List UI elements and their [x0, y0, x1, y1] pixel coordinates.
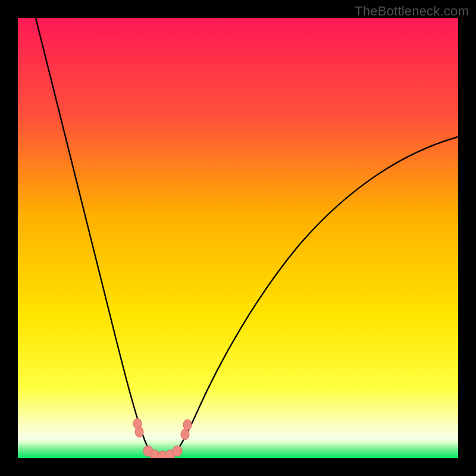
chart-frame: TheBottleneck.com — [0, 0, 476, 476]
marker-right-upper-b — [183, 419, 192, 430]
bottleneck-chart — [18, 18, 458, 458]
gradient-background — [18, 18, 458, 458]
marker-left-upper-b — [135, 427, 143, 437]
marker-bottom-e — [173, 446, 182, 456]
marker-right-upper-a — [181, 429, 189, 440]
watermark-text: TheBottleneck.com — [355, 4, 469, 19]
